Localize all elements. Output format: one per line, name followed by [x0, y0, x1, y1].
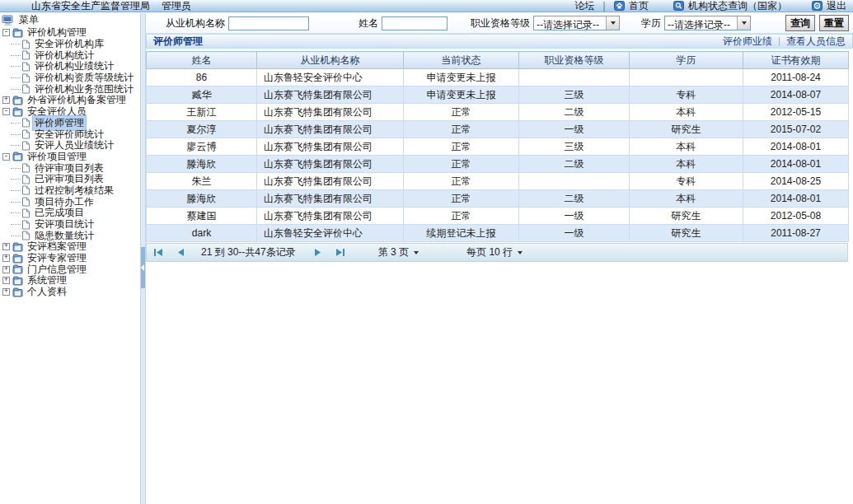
- table-cell: 86: [147, 69, 257, 86]
- folder-icon: [12, 276, 23, 286]
- table-cell: 王新江: [147, 104, 257, 121]
- table-row[interactable]: 王新江山东赛飞特集团有限公司正常二级本科2012-05-15: [147, 104, 849, 121]
- table-cell: 申请变更未上报: [404, 86, 519, 104]
- table-cell: 2012-05-08: [743, 208, 849, 225]
- tree-toggle-plus-icon[interactable]: [2, 266, 10, 273]
- table-cell: 滕海欣: [147, 156, 257, 173]
- table-row[interactable]: 廖云博山东赛飞特集团有限公司正常三级本科2014-08-01: [147, 138, 849, 156]
- page-size-label: 每页 10 行: [466, 245, 513, 259]
- pagination-prev-button[interactable]: [175, 246, 188, 259]
- page-icon: [21, 40, 30, 49]
- table-cell: 2011-08-27: [743, 225, 849, 242]
- page-size-select[interactable]: 每页 10 行: [466, 245, 523, 259]
- page-icon: [21, 118, 30, 128]
- org-name-input[interactable]: [228, 16, 309, 30]
- panel-title: 评价师管理: [153, 35, 203, 49]
- table-cell: 山东赛飞特集团有限公司: [257, 86, 404, 104]
- tree-toggle-minus-icon[interactable]: [2, 153, 10, 161]
- current-user-label: 管理员: [162, 0, 191, 13]
- forum-link[interactable]: 论坛: [574, 0, 594, 13]
- person-name-input[interactable]: [382, 16, 448, 30]
- table-row[interactable]: 朱兰山东赛飞特集团有限公司正常专科2014-08-25: [147, 173, 849, 190]
- view-person-info-link[interactable]: 查看人员信息: [786, 35, 846, 49]
- qualification-select[interactable]: --请选择记录--: [533, 16, 620, 30]
- table-row[interactable]: dark山东鲁轻安全评价中心续期登记未上报一级研究生2011-08-27: [147, 225, 849, 242]
- folder-icon: [12, 96, 23, 105]
- tree-toggle-plus-icon[interactable]: [2, 243, 10, 250]
- logout-label: 退出: [827, 0, 846, 13]
- sidebar-item[interactable]: 门户信息管理: [0, 264, 140, 275]
- table-cell: 2014-08-07: [743, 86, 849, 104]
- tree-connector: [11, 179, 21, 180]
- pagination-next-button[interactable]: [311, 246, 324, 259]
- table-cell: 2012-05-15: [743, 104, 849, 121]
- table-row[interactable]: 蔡建国山东赛飞特集团有限公司正常一级研究生2012-05-08: [147, 208, 849, 225]
- column-header[interactable]: 学历: [630, 52, 743, 69]
- column-header[interactable]: 从业机构名称: [257, 52, 404, 69]
- qualification-select-value: --请选择记录--: [534, 16, 606, 30]
- table-row[interactable]: 滕海欣山东赛飞特集团有限公司正常二级本科2014-08-01: [147, 156, 849, 173]
- column-header[interactable]: 姓名: [147, 52, 257, 69]
- search-status-icon: [673, 1, 684, 11]
- evaluator-performance-link[interactable]: 评价师业绩: [723, 35, 772, 49]
- pagination-first-button[interactable]: [152, 246, 165, 259]
- tree-toggle-plus-icon[interactable]: [2, 277, 10, 284]
- pagination-last-button[interactable]: [334, 246, 347, 259]
- org-name-label: 从业机构名称: [166, 16, 225, 30]
- tree-toggle-plus-icon[interactable]: [2, 254, 10, 262]
- tree-connector: [11, 77, 21, 78]
- org-status-query-label: 机构状态查询（国家）: [688, 0, 787, 13]
- table-row[interactable]: 夏尔淳山东赛飞特集团有限公司正常一级研究生2015-07-02: [147, 121, 849, 138]
- table-row[interactable]: 滕海欣山东赛飞特集团有限公司正常二级本科2014-08-01: [147, 190, 849, 208]
- sidebar: 菜单 评价机构管理安全评价机构库评价机构统计评价机构业绩统计评价机构资质等级统计…: [0, 13, 140, 504]
- page-number-select[interactable]: 第 3 页: [378, 245, 419, 259]
- table-header-row: 姓名从业机构名称当前状态职业资格等级学历证书有效期: [147, 52, 849, 69]
- table-row[interactable]: 86山东鲁轻安全评价中心申请变更未上报2011-08-24: [147, 69, 849, 86]
- sidebar-tree: 评价机构管理安全评价机构库评价机构统计评价机构业绩统计评价机构资质等级统计评价机…: [0, 27, 140, 298]
- column-header[interactable]: 当前状态: [404, 52, 519, 69]
- query-button[interactable]: 查询: [785, 15, 815, 31]
- table-cell: 山东赛飞特集团有限公司: [257, 138, 404, 156]
- page-number-label: 第 3 页: [378, 245, 409, 259]
- table-cell: 本科: [630, 190, 743, 208]
- tree-toggle-minus-icon[interactable]: [2, 108, 10, 115]
- tree-toggle-plus-icon[interactable]: [2, 96, 10, 104]
- topbar-separator: ｜: [599, 0, 609, 13]
- logout-link[interactable]: 退出: [812, 0, 846, 13]
- table-cell: 2014-08-01: [743, 138, 849, 156]
- org-status-query-link[interactable]: 机构状态查询（国家）: [673, 0, 787, 13]
- page-icon: [21, 141, 30, 151]
- education-select-value: --请选择记录--: [665, 16, 737, 30]
- folder-icon: [12, 264, 23, 274]
- splitter-collapse-handle[interactable]: [141, 247, 145, 288]
- column-header[interactable]: 证书有效期: [743, 52, 849, 69]
- tree-toggle-plus-icon[interactable]: [2, 288, 10, 296]
- column-header[interactable]: 职业资格等级: [519, 52, 630, 69]
- table-cell: 2014-08-01: [743, 156, 849, 173]
- home-link-label: 首页: [629, 0, 649, 13]
- table-cell: 二级: [519, 156, 630, 173]
- table-row[interactable]: 臧华山东赛飞特集团有限公司申请变更未上报三级专科2014-08-07: [147, 86, 849, 104]
- chevron-down-icon: [737, 16, 750, 30]
- evaluator-table: 姓名从业机构名称当前状态职业资格等级学历证书有效期 86山东鲁轻安全评价中心申请…: [146, 51, 849, 242]
- person-name-label: 姓名: [359, 16, 378, 30]
- table-cell: [630, 69, 743, 86]
- page-icon: [21, 73, 30, 83]
- tree-toggle-minus-icon[interactable]: [2, 29, 10, 36]
- table-cell: 山东赛飞特集团有限公司: [257, 208, 404, 225]
- page-icon: [21, 62, 30, 72]
- sidebar-item[interactable]: 个人资料: [0, 287, 140, 298]
- education-select[interactable]: --请选择记录--: [664, 16, 751, 30]
- reset-button[interactable]: 重置: [819, 15, 849, 31]
- logout-icon: [812, 1, 823, 11]
- page-icon: [21, 185, 30, 195]
- sidebar-item[interactable]: 系统管理: [0, 275, 140, 287]
- table-cell: 正常: [404, 121, 519, 138]
- home-link[interactable]: 首页: [614, 0, 649, 13]
- page-icon: [21, 163, 30, 173]
- tree-connector: [11, 66, 21, 67]
- sidebar-splitter[interactable]: [140, 13, 146, 504]
- table-cell: 本科: [630, 104, 743, 121]
- table-cell: dark: [147, 225, 257, 242]
- table-cell: 2014-08-01: [743, 190, 849, 208]
